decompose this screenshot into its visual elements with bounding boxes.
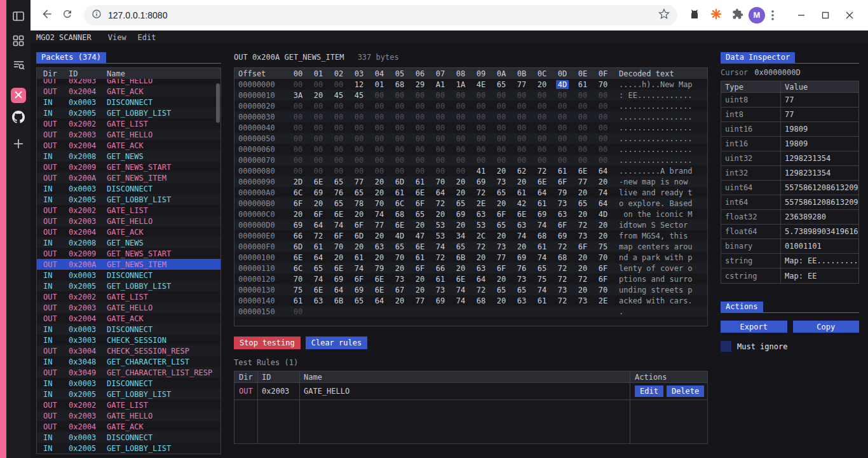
hex-byte[interactable]: 00 xyxy=(308,145,329,154)
hex-byte[interactable]: 68 xyxy=(390,80,410,89)
sidebar-close-button[interactable] xyxy=(11,88,26,103)
hex-byte[interactable]: 63 xyxy=(471,264,491,273)
hex-byte[interactable]: 00 xyxy=(471,123,491,132)
menu-edit[interactable]: Edit xyxy=(138,33,156,42)
hex-byte[interactable]: 69 xyxy=(308,188,329,197)
hex-byte[interactable]: 74 xyxy=(451,296,471,305)
hex-byte[interactable]: 20 xyxy=(308,199,329,208)
hex-byte[interactable]: 20 xyxy=(593,221,613,230)
hex-byte[interactable]: 61 xyxy=(532,199,552,208)
packet-row[interactable]: OUT0x2009GET_NEWS_START xyxy=(37,162,220,172)
hex-byte[interactable]: 6E xyxy=(308,286,329,295)
hex-byte[interactable]: 61 xyxy=(532,296,552,305)
hex-byte[interactable]: 00 xyxy=(552,145,573,154)
hex-byte[interactable]: 00 xyxy=(451,102,471,111)
hex-byte[interactable]: 75 xyxy=(532,275,552,284)
hex-byte[interactable]: 6E xyxy=(410,188,430,197)
url-text[interactable]: 127.0.0.1:8080 xyxy=(108,10,658,20)
hex-byte[interactable]: 6E xyxy=(288,253,308,262)
hex-byte[interactable]: 00 xyxy=(288,156,308,165)
packet-row[interactable]: OUT0x2003GATE_HELLO xyxy=(37,302,220,313)
search-list-button[interactable] xyxy=(10,57,27,74)
hex-byte[interactable]: 20 xyxy=(512,177,532,186)
hex-byte[interactable]: 69 xyxy=(288,221,308,230)
hex-byte[interactable]: 73 xyxy=(390,275,410,284)
packet-row[interactable]: IN0x0003DISCONNECT xyxy=(37,97,220,108)
hex-byte[interactable]: 00 xyxy=(471,156,491,165)
hex-byte[interactable]: 20 xyxy=(573,188,593,197)
hex-byte[interactable]: 6F xyxy=(491,264,512,273)
menu-view[interactable]: View xyxy=(108,33,126,42)
hex-byte[interactable]: 20 xyxy=(491,199,512,208)
hex-byte[interactable]: 63 xyxy=(512,296,532,305)
hex-byte[interactable]: 72 xyxy=(552,296,573,305)
maximize-button[interactable] xyxy=(813,3,837,28)
hex-byte[interactable]: 45 xyxy=(329,91,349,100)
hex-byte[interactable]: 6F xyxy=(410,199,430,208)
hex-byte[interactable]: 20 xyxy=(573,286,593,295)
hex-byte[interactable]: 77 xyxy=(491,253,512,262)
hex-byte[interactable]: 76 xyxy=(512,264,532,273)
export-button[interactable]: Export xyxy=(721,321,787,333)
hex-byte[interactable]: 61 xyxy=(288,296,308,305)
hex-byte[interactable]: 65 xyxy=(532,264,552,273)
hex-byte[interactable]: 6E xyxy=(369,286,390,295)
hex-byte[interactable]: 69 xyxy=(512,253,532,262)
hex-byte[interactable]: 72 xyxy=(552,275,573,284)
close-window-button[interactable] xyxy=(837,3,862,28)
packet-row[interactable]: IN0x0003DISCONNECT xyxy=(37,183,220,194)
packet-row[interactable]: OUT0x200AGET_NEWS_ITEM xyxy=(37,172,220,183)
hex-byte[interactable]: 00 xyxy=(288,113,308,121)
hex-byte[interactable]: 72 xyxy=(552,264,573,273)
hex-byte[interactable]: 73 xyxy=(552,286,573,295)
hex-byte[interactable]: 64 xyxy=(369,296,390,305)
extensions-puzzle-icon[interactable] xyxy=(732,8,743,22)
hex-byte[interactable]: 00 xyxy=(491,145,512,154)
hex-byte[interactable]: 64 xyxy=(329,286,349,295)
hex-byte[interactable]: 00 xyxy=(451,134,471,143)
hex-byte[interactable]: 00 xyxy=(308,167,329,176)
hex-byte[interactable]: 66 xyxy=(430,264,451,273)
hex-byte[interactable]: 4D xyxy=(593,210,613,219)
hex-byte[interactable]: 74 xyxy=(593,188,613,197)
hex-byte[interactable]: 6E xyxy=(329,210,349,219)
hex-byte[interactable]: 69 xyxy=(532,210,552,219)
hex-byte[interactable]: 20 xyxy=(349,210,369,219)
hex-byte[interactable]: 53 xyxy=(430,221,451,230)
hex-byte[interactable]: 6E xyxy=(369,275,390,284)
hex-byte[interactable]: 00 xyxy=(451,91,471,100)
hex-byte[interactable]: 6B xyxy=(329,296,349,305)
hex-byte[interactable]: 1A xyxy=(451,80,471,89)
hex-byte[interactable]: 20 xyxy=(369,188,390,197)
hex-byte[interactable]: 63 xyxy=(552,210,573,219)
hex-byte[interactable]: 64 xyxy=(308,221,329,230)
hex-byte[interactable]: 00 xyxy=(410,145,430,154)
hex-byte[interactable]: 00 xyxy=(512,91,532,100)
hex-byte[interactable]: 4D xyxy=(552,80,573,89)
hex-byte[interactable]: 00 xyxy=(288,307,308,316)
reload-button[interactable] xyxy=(57,5,78,25)
packet-row[interactable]: IN0x2005GET_LOBBY_LIST xyxy=(37,389,220,399)
hex-byte[interactable]: 00 xyxy=(369,113,390,121)
hex-byte[interactable]: 00 xyxy=(451,113,471,121)
hex-byte[interactable]: 20 xyxy=(349,242,369,251)
packets-scrollbar[interactable] xyxy=(215,79,220,454)
hex-byte[interactable]: 20 xyxy=(390,296,410,305)
hex-byte[interactable]: 00 xyxy=(532,145,552,154)
hex-byte[interactable]: 00 xyxy=(430,156,451,165)
hex-byte[interactable]: 74 xyxy=(349,264,369,273)
hex-byte[interactable]: 72 xyxy=(430,199,451,208)
hex-byte[interactable]: 72 xyxy=(552,242,573,251)
hex-byte[interactable]: 00 xyxy=(349,156,369,165)
hex-byte[interactable]: 61 xyxy=(410,177,430,186)
packet-row[interactable]: IN0x2008GET_NEWS xyxy=(37,151,220,162)
hex-byte[interactable]: 00 xyxy=(430,134,451,143)
hex-byte[interactable]: 6F xyxy=(552,221,573,230)
packet-row[interactable]: OUT0x2004GATE_ACK xyxy=(37,421,220,432)
hex-byte[interactable]: 20 xyxy=(451,188,471,197)
extension-icon-2[interactable] xyxy=(710,8,722,22)
hex-byte[interactable]: 00 xyxy=(573,145,593,154)
hex-byte[interactable]: 6F xyxy=(593,264,613,273)
hex-byte[interactable]: 00 xyxy=(308,156,329,165)
clear-rules-button[interactable]: Clear rules xyxy=(306,337,367,349)
